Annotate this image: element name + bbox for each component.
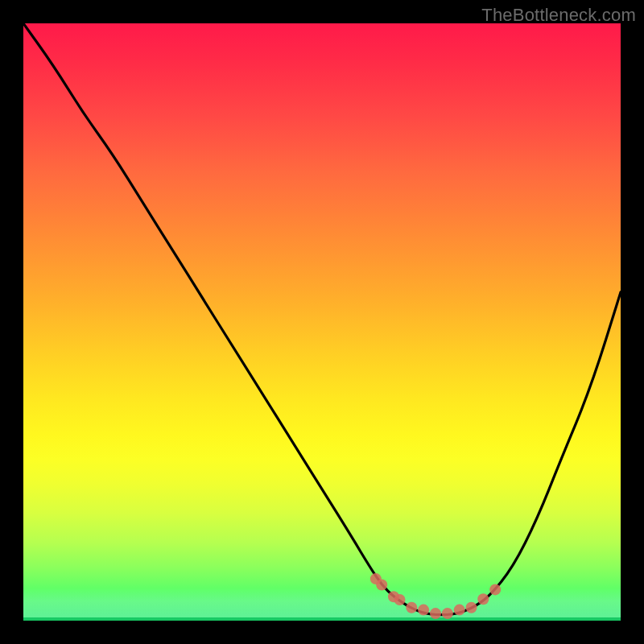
valley-dot [466, 602, 477, 613]
bottleneck-curve [23, 23, 621, 615]
valley-dot [489, 584, 501, 595]
valley-dot [430, 608, 441, 619]
watermark-text: TheBottleneck.com [481, 5, 636, 26]
valley-dot [418, 605, 429, 616]
valley-dot [454, 605, 465, 616]
chart-frame: TheBottleneck.com [0, 0, 644, 644]
valley-dot [442, 608, 453, 619]
plot-area [23, 23, 621, 621]
valley-dots [370, 573, 501, 619]
valley-dot [376, 580, 387, 591]
curve-layer [23, 23, 621, 621]
valley-dot [394, 594, 406, 605]
valley-dot [406, 602, 417, 613]
valley-dot [477, 593, 489, 605]
bottleneck-curve-group [23, 23, 621, 619]
